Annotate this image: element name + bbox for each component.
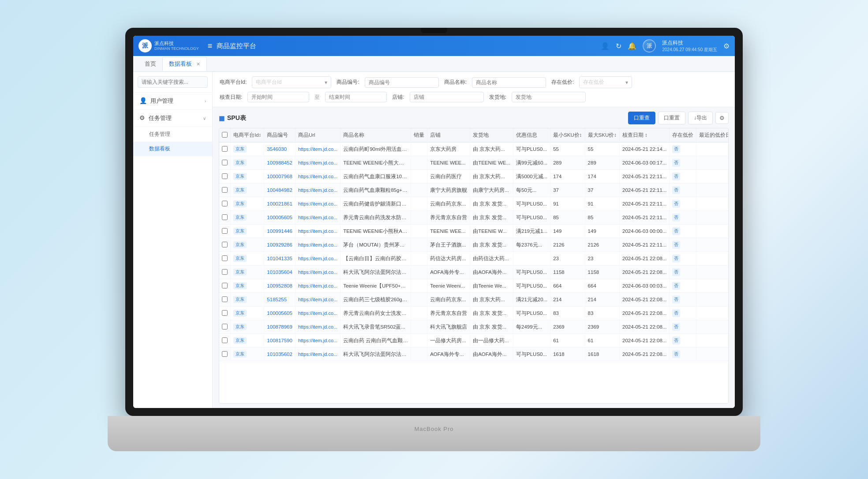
cell-sales bbox=[411, 156, 427, 170]
row-checkbox[interactable] bbox=[222, 255, 228, 261]
product-url-link[interactable]: https://item.jd.co... bbox=[298, 215, 337, 220]
th-low-price[interactable]: 存在低价 bbox=[670, 128, 696, 142]
filter-platform-select[interactable]: 电商平台Id▾ bbox=[252, 76, 331, 88]
low-price-indicator: 否 bbox=[672, 186, 680, 194]
product-url-link[interactable]: https://item.jd.co... bbox=[298, 160, 337, 165]
cell-low-price: 否 bbox=[670, 156, 696, 170]
reset-button[interactable]: 口重置 bbox=[658, 112, 685, 124]
filter-date-start-input[interactable] bbox=[247, 92, 309, 102]
product-url-link[interactable]: https://item.jd.co... bbox=[298, 242, 337, 247]
low-price-indicator: 否 bbox=[672, 213, 680, 221]
table-toolbar: ▦ SPU表 口重查 口重置 ↓导出 ⚙ bbox=[219, 112, 729, 124]
cell-shop: 科大讯飞旗舰店 bbox=[427, 320, 470, 334]
row-checkbox[interactable] bbox=[222, 296, 228, 302]
row-checkbox[interactable] bbox=[222, 228, 228, 234]
tab-dashboard[interactable]: 数据看板 ✕ bbox=[162, 57, 207, 71]
product-url-link[interactable]: https://item.jd.co... bbox=[298, 146, 337, 152]
cell-check-date: 2024-06-03 00:00... bbox=[620, 225, 670, 238]
cell-origin: 由 京东 发货... bbox=[470, 211, 513, 225]
row-checkbox[interactable] bbox=[222, 160, 228, 165]
cell-max-sku: 174 bbox=[585, 170, 619, 183]
sidebar-subitem-dashboard[interactable]: 数据看板 bbox=[133, 142, 212, 156]
refresh-icon[interactable]: ↻ bbox=[616, 42, 621, 50]
product-url-link[interactable]: https://item.jd.co... bbox=[298, 228, 337, 234]
product-url-link[interactable]: https://item.jd.co... bbox=[298, 174, 337, 179]
tab-close-icon[interactable]: ✕ bbox=[196, 61, 200, 67]
product-url-link[interactable]: https://item.jd.co... bbox=[298, 297, 337, 302]
user-avatar[interactable]: 派 bbox=[643, 39, 656, 52]
row-checkbox[interactable] bbox=[222, 187, 228, 193]
cell-origin: 由一品修大药... bbox=[470, 334, 513, 348]
row-checkbox[interactable] bbox=[222, 269, 228, 275]
cell-sales bbox=[411, 266, 427, 279]
hamburger-button[interactable]: ≡ bbox=[208, 41, 213, 51]
cell-origin: 由TEENIE W... bbox=[470, 225, 513, 238]
product-url-link[interactable]: https://item.jd.co... bbox=[298, 283, 337, 288]
sidebar-item-task-management[interactable]: ⚙任务管理 ∨ bbox=[133, 110, 212, 127]
product-url-link[interactable]: https://item.jd.co... bbox=[298, 256, 337, 261]
product-url-link[interactable]: https://item.jd.co... bbox=[298, 311, 337, 316]
row-checkbox[interactable] bbox=[222, 146, 228, 152]
row-checkbox[interactable] bbox=[222, 283, 228, 288]
row-checkbox[interactable] bbox=[222, 201, 228, 206]
cell-discount: 每2499元... bbox=[513, 320, 550, 334]
select-all-checkbox[interactable] bbox=[222, 132, 228, 138]
row-checkbox[interactable] bbox=[222, 351, 228, 357]
low-price-indicator: 否 bbox=[672, 227, 680, 235]
cell-recent-date bbox=[696, 142, 729, 156]
filter-low-price-select[interactable]: 存在低价▾ bbox=[579, 76, 632, 88]
low-price-indicator: 否 bbox=[672, 296, 680, 303]
search-input[interactable] bbox=[138, 76, 208, 88]
row-checkbox[interactable] bbox=[222, 242, 228, 247]
cell-min-sku: 289 bbox=[550, 156, 585, 170]
cell-discount: 可与PLUS0... bbox=[513, 211, 550, 225]
bell-icon[interactable]: 🔔 bbox=[628, 42, 636, 50]
cell-url: https://item.jd.co... bbox=[295, 279, 340, 293]
cell-product-no: 100878969 bbox=[264, 320, 296, 334]
product-url-link[interactable]: https://item.jd.co... bbox=[298, 269, 337, 275]
sidebar-item-user-management[interactable]: 👤用户管理 › bbox=[133, 93, 212, 110]
cell-min-sku: 214 bbox=[550, 293, 585, 307]
product-url-link[interactable]: https://item.jd.co... bbox=[298, 201, 337, 206]
user-icon[interactable]: 👤 bbox=[601, 42, 610, 50]
filter-product-no-input[interactable] bbox=[365, 77, 439, 88]
th-url[interactable]: 商品Url bbox=[295, 128, 340, 142]
search-button[interactable]: 口重查 bbox=[628, 112, 655, 124]
filter-date-end-input[interactable] bbox=[325, 92, 387, 102]
row-checkbox[interactable] bbox=[222, 337, 228, 343]
row-checkbox-cell bbox=[219, 279, 231, 293]
row-checkbox[interactable] bbox=[222, 214, 228, 220]
th-sales[interactable]: 销量 bbox=[411, 128, 427, 142]
column-settings-button[interactable]: ⚙ bbox=[715, 112, 729, 124]
product-url-link[interactable]: https://item.jd.co... bbox=[298, 324, 337, 329]
row-checkbox[interactable] bbox=[222, 173, 228, 179]
row-checkbox[interactable] bbox=[222, 310, 228, 316]
row-checkbox[interactable] bbox=[222, 324, 228, 329]
cell-discount bbox=[513, 334, 550, 348]
th-origin[interactable]: 发货地 bbox=[470, 128, 513, 142]
filter-product-name-input[interactable] bbox=[472, 77, 546, 88]
sidebar-subitem-task[interactable]: 任务管理 bbox=[133, 127, 212, 142]
settings-icon[interactable]: ⚙ bbox=[723, 42, 730, 50]
filter-origin-input[interactable] bbox=[512, 92, 586, 102]
cell-min-sku: 664 bbox=[550, 279, 585, 293]
table-body: 京东 3546030 https://item.jd.co... 云南白药町90… bbox=[219, 142, 729, 361]
cell-sales bbox=[411, 279, 427, 293]
th-shop[interactable]: 店铺 bbox=[427, 128, 470, 142]
th-discount[interactable]: 优惠信息 bbox=[513, 128, 550, 142]
filter-shop-input[interactable] bbox=[410, 92, 484, 102]
th-min-sku[interactable]: 最小SKU价↕ bbox=[550, 128, 585, 142]
tab-home[interactable]: 首页 bbox=[138, 57, 162, 71]
cell-product-no: 100005605 bbox=[264, 307, 296, 320]
product-url-link[interactable]: https://item.jd.co... bbox=[298, 187, 337, 193]
th-recent-date[interactable]: 最近的低价日期 ↕ bbox=[696, 128, 729, 142]
th-product-name[interactable]: 商品名称 bbox=[340, 128, 411, 142]
th-platform[interactable]: 电商平台Id↕ bbox=[231, 128, 264, 142]
th-max-sku[interactable]: 最大SKU价↕ bbox=[585, 128, 619, 142]
th-product-no[interactable]: 商品编号 bbox=[264, 128, 296, 142]
product-url-link[interactable]: https://item.jd.co... bbox=[298, 338, 337, 343]
product-url-link[interactable]: https://item.jd.co... bbox=[298, 352, 337, 357]
th-check-date[interactable]: 核查日期 ↕ bbox=[620, 128, 670, 142]
cell-url: https://item.jd.co... bbox=[295, 156, 340, 170]
export-button[interactable]: ↓导出 bbox=[688, 112, 713, 124]
